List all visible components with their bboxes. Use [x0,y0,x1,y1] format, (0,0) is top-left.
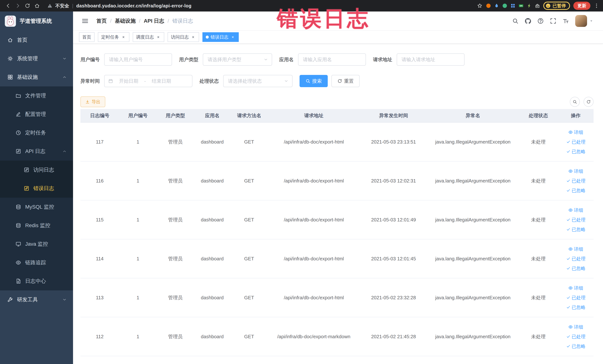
address-bar[interactable]: 不安全 | dashboard.yudao.iocoder.cn/infra/l… [47,3,471,9]
tag-home[interactable]: 首页 [79,32,94,42]
processed-link[interactable]: 已处理 [566,215,586,224]
processed-link[interactable]: 已处理 [566,332,586,341]
cell-status: 未处理 [519,239,558,278]
close-tag-icon[interactable] [191,35,196,40]
sidebar-item-java-monitor[interactable]: Java 监控 [0,235,73,253]
active-tag-dot-icon [206,35,209,39]
ignored-link[interactable]: 已忽略 [566,225,586,234]
detail-link[interactable]: 详细 [568,322,583,331]
close-tag-icon[interactable] [156,35,161,40]
search-icon[interactable] [512,18,519,24]
sidebar-item-redis-monitor[interactable]: Redis 监控 [0,216,73,235]
user-menu[interactable] [575,15,593,27]
paused-extension-badge[interactable]: 已暂停 [543,2,570,10]
check-icon [566,218,570,222]
download-icon [85,100,90,104]
sidebar-item-file-management[interactable]: 文件管理 [0,86,73,105]
breadcrumb-item[interactable]: 首页 [96,17,107,24]
sidebar-item-error-logs[interactable]: 错误日志 [0,179,73,198]
ignored-link[interactable]: 已忽略 [566,147,586,156]
tag-access-logs[interactable]: 访问日志 [168,32,199,42]
start-date-input[interactable] [115,78,142,84]
sidebar-item-mysql-monitor[interactable]: MySQL 监控 [0,198,73,216]
end-date-input[interactable] [148,78,175,84]
refresh-table-button[interactable] [583,97,593,107]
detail-link[interactable]: 详细 [568,205,583,215]
extension-blue-drop-icon[interactable] [494,3,499,8]
screen: 不安全 | dashboard.yudao.iocoder.cn/infra/l… [0,0,603,364]
processed-link[interactable]: 已处理 [566,254,586,263]
sidebar-item-dev-tools[interactable]: 研发工具 [0,290,73,309]
extension-bolt-icon[interactable] [527,3,532,8]
sidebar-item-api-logs[interactable]: API 日志 [0,142,73,161]
browser-reload-icon[interactable] [23,1,32,10]
extension-blue-grid-icon[interactable] [510,3,515,8]
browser-home-icon[interactable] [33,1,42,10]
detail-link[interactable]: 详细 [568,283,583,293]
date-range-separator: - [144,78,146,84]
sidebar-item-scheduled-tasks[interactable]: 定时任务 [0,124,73,142]
extension-green-circle-icon[interactable] [502,3,507,8]
sidebar-item-label: 首页 [17,36,69,44]
app-name-input[interactable] [298,53,366,66]
sidebar-item-config-management[interactable]: 配置管理 [0,105,73,124]
exception-time-range[interactable]: - [104,75,192,87]
detail-link[interactable]: 详细 [568,128,583,137]
sidebar-item-trace[interactable]: 链路追踪 [0,253,73,272]
security-warning-icon[interactable] [47,3,52,8]
breadcrumb-item[interactable]: API 日志 [144,17,164,24]
ignored-link[interactable]: 已忽略 [566,341,586,351]
help-icon[interactable] [537,18,544,24]
processed-link[interactable]: 已处理 [566,176,586,186]
close-tag-icon[interactable] [121,35,126,40]
ignored-link[interactable]: 已忽略 [566,186,586,195]
request-url-input[interactable] [397,53,464,66]
hamburger-icon[interactable] [78,17,92,24]
detail-link[interactable]: 详细 [568,166,583,176]
chevron-down-icon [264,57,268,62]
cell-status: 未处理 [519,278,558,317]
export-button-label: 导出 [92,99,101,105]
bookmark-star-icon[interactable] [477,3,483,9]
extension-on-badge-icon[interactable]: on [519,3,524,8]
github-icon[interactable] [525,18,531,24]
ignored-link[interactable]: 已忽略 [566,264,586,273]
search-button[interactable]: 搜索 [300,75,328,87]
extension-orange-circle-icon[interactable] [486,3,491,8]
browser-menu-icon[interactable] [594,3,599,9]
sidebar-item-access-logs[interactable]: 访问日志 [0,161,73,179]
toggle-search-button[interactable] [570,97,580,107]
sidebar-item-home[interactable]: 首页 [0,31,73,49]
user-type-select[interactable]: 请选择用户类型 [203,53,272,66]
wrench-icon [7,297,13,303]
sidebar-item-system-management[interactable]: 系统管理 [0,49,73,68]
tag-scheduled-tasks[interactable]: 定时任务 [98,32,129,42]
table-body: 1171管理员dashboardGET/api/infra/db-doc/exp… [81,122,593,356]
logo[interactable]: 芋道管理系统 [0,12,73,31]
processed-link[interactable]: 已处理 [566,293,586,302]
reset-button[interactable]: 重置 [331,75,359,87]
detail-link[interactable]: 详细 [568,244,583,254]
browser-back-icon[interactable] [4,1,13,10]
tag-schedule-logs[interactable]: 调度日志 [133,32,164,42]
close-tag-icon[interactable] [230,35,235,40]
column-header: 请求地址 [268,109,360,122]
processed-link[interactable]: 已处理 [566,137,586,146]
update-button[interactable]: 更新 [573,2,590,10]
sidebar-item-log-center[interactable]: 日志中心 [0,272,73,290]
ignored-link[interactable]: 已忽略 [566,303,586,312]
extension-puzzle-icon[interactable] [535,3,540,8]
fullscreen-icon[interactable] [550,18,556,24]
breadcrumb-item[interactable]: 基础设施 [115,17,136,24]
export-button[interactable]: 导出 [81,96,105,107]
paused-label: 已暂停 [553,3,566,9]
font-size-icon[interactable] [563,18,569,24]
cell-user-id: 1 [119,278,157,317]
sidebar-item-infrastructure[interactable]: 基础设施 [0,68,73,86]
tag-error-logs[interactable]: 错误日志 [202,32,239,42]
filter-process-status: 处理状态 请选择处理状态 [199,75,292,87]
eye-icon [568,130,573,134]
browser-forward-icon[interactable] [13,1,22,10]
process-status-select[interactable]: 请选择处理状态 [223,75,292,87]
user-id-input[interactable] [104,53,172,66]
